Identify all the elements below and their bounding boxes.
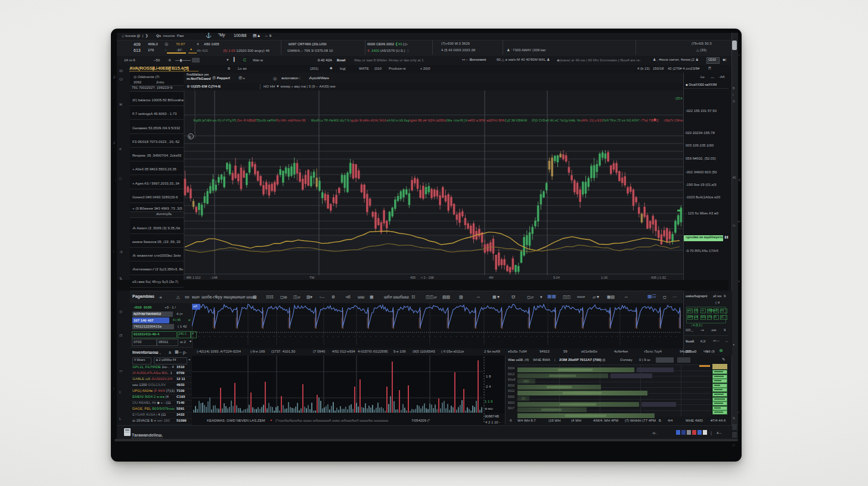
- svg-text:TW: TW: [309, 276, 315, 279]
- svg-text:4M: 4M: [489, 276, 494, 279]
- svg-text:1-20: 1-20: [601, 276, 607, 279]
- svg-text:455: 455: [410, 276, 416, 279]
- svg-text:≈ 2 - 158: ≈ 2 - 158: [421, 276, 434, 279]
- svg-text:5.04: 5.04: [553, 276, 560, 279]
- svg-text:435 (-1.52: 435 (-1.52: [651, 276, 666, 279]
- svg-text:9︵: 9︵: [189, 135, 194, 139]
- svg-text:%g69 [a7zE4 om H) n7-F7g F5,Om: %g69 [a7zE4 om H) n7-F7g F5,Om:-R A]Bb[8…: [193, 119, 683, 122]
- svg-text:486 1 012: 486 1 012: [186, 276, 200, 279]
- svg-text:- 148: - 148: [210, 276, 218, 279]
